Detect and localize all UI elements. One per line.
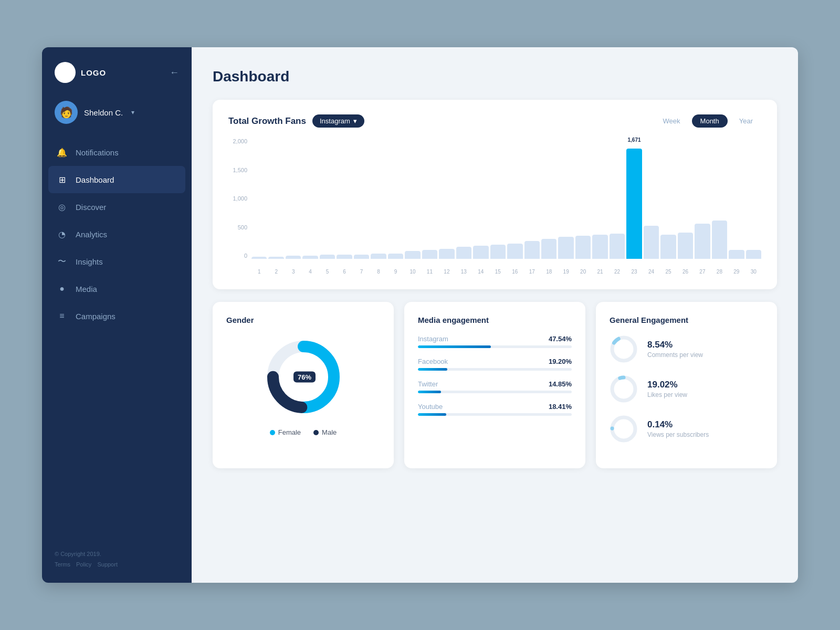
bar[interactable]	[439, 249, 454, 259]
general-desc: Comments per view	[647, 351, 703, 359]
bar[interactable]	[524, 241, 540, 259]
sidebar-item-dashboard[interactable]: ⊞ Dashboard	[48, 166, 185, 193]
bar[interactable]	[610, 234, 625, 259]
engagement-row-header: Twitter 14.85%	[418, 380, 572, 388]
sidebar-item-insights[interactable]: 〜 Insights	[42, 248, 192, 275]
sidebar-item-label: Analytics	[76, 230, 107, 239]
bar[interactable]	[422, 250, 437, 259]
sidebar-item-label: Insights	[76, 257, 103, 266]
svg-point-5	[612, 377, 635, 401]
sidebar-item-media[interactable]: ● Media	[42, 275, 192, 302]
bar-col	[302, 138, 318, 259]
bar[interactable]	[473, 246, 488, 259]
bar-col	[712, 138, 727, 259]
sidebar-item-label: Notifications	[76, 148, 119, 157]
bar[interactable]	[644, 226, 659, 259]
insights-icon: 〜	[57, 256, 67, 267]
donut-label: 76%	[293, 372, 316, 383]
engagement-bar-fill	[418, 413, 446, 416]
sidebar-item-campaigns[interactable]: ≡ Campaigns	[42, 302, 192, 330]
bar[interactable]	[371, 254, 386, 259]
media-engagement-row: Youtube 18.41%	[418, 403, 572, 416]
sidebar-item-notifications[interactable]: 🔔 Notifications	[42, 139, 192, 166]
female-legend: Female	[270, 428, 301, 436]
campaigns-icon: ≡	[57, 311, 67, 321]
bar[interactable]	[251, 257, 267, 259]
donut-chart: 76%	[226, 335, 380, 419]
sidebar-item-label: Discover	[76, 203, 106, 212]
support-link[interactable]: Support	[97, 561, 118, 568]
sidebar-item-label: Campaigns	[76, 312, 116, 321]
x-label: 29	[729, 269, 744, 275]
chevron-down-icon: ▾	[131, 109, 134, 116]
bar[interactable]	[388, 254, 403, 259]
bar[interactable]	[592, 235, 607, 259]
engagement-bar-bg	[418, 368, 572, 371]
bar[interactable]	[746, 250, 761, 259]
x-label: 23	[626, 269, 642, 275]
x-label: 22	[610, 269, 625, 275]
bar[interactable]: 1,671	[626, 149, 642, 259]
bar-col	[746, 138, 761, 259]
bar[interactable]	[558, 237, 573, 259]
chart-title: Total Growth Fans	[228, 116, 306, 127]
period-month-button[interactable]: Month	[692, 114, 728, 128]
general-value: 8.54%	[647, 340, 703, 350]
bar-col	[354, 138, 369, 259]
sidebar-collapse-button[interactable]: ←	[170, 67, 179, 78]
engagement-bar-bg	[418, 391, 572, 393]
male-legend: Male	[313, 428, 337, 436]
policy-link[interactable]: Policy	[76, 561, 91, 568]
bar[interactable]	[575, 236, 591, 259]
bar[interactable]	[286, 256, 301, 259]
bar[interactable]	[695, 224, 710, 259]
general-value: 19.02%	[647, 380, 687, 390]
bar[interactable]	[302, 256, 318, 259]
bar[interactable]	[456, 247, 471, 259]
bar[interactable]	[337, 255, 352, 259]
user-profile[interactable]: 🧑 Sheldon C. ▾	[42, 93, 192, 133]
x-label: 24	[644, 269, 659, 275]
x-label: 5	[320, 269, 335, 275]
platform-dropdown[interactable]: Instagram ▾	[312, 114, 364, 128]
engagement-row-header: Youtube 18.41%	[418, 403, 572, 411]
period-week-button[interactable]: Week	[655, 114, 689, 128]
bar-col: 1,671	[626, 138, 642, 259]
terms-link[interactable]: Terms	[55, 561, 70, 568]
bar[interactable]	[268, 257, 284, 259]
bar[interactable]	[729, 250, 744, 259]
bar[interactable]	[541, 239, 556, 259]
male-label: Male	[322, 428, 337, 436]
bar[interactable]	[712, 220, 727, 259]
period-year-button[interactable]: Year	[731, 114, 761, 128]
sidebar-item-analytics[interactable]: ◔ Analytics	[42, 220, 192, 248]
female-label: Female	[278, 428, 301, 436]
media-engagement-rows: Instagram 47.54% Facebook 19.20% Twitter…	[418, 335, 572, 416]
ring-chart	[610, 335, 638, 363]
bar-col	[337, 138, 352, 259]
engagement-value: 18.41%	[549, 403, 572, 411]
x-label: 1	[251, 269, 267, 275]
logo-circle	[55, 62, 76, 83]
bar-col	[695, 138, 710, 259]
engagement-label: Instagram	[418, 335, 448, 343]
bar[interactable]	[490, 245, 506, 259]
media-engagement-title: Media engagement	[418, 316, 572, 324]
ring-chart	[610, 375, 638, 403]
x-label: 10	[405, 269, 420, 275]
sidebar-item-discover[interactable]: ◎ Discover	[42, 193, 192, 220]
y-label: 1,000	[233, 195, 247, 202]
x-label: 11	[422, 269, 437, 275]
bar[interactable]	[405, 251, 420, 259]
bar[interactable]	[660, 235, 676, 259]
bar[interactable]	[354, 255, 369, 259]
bar[interactable]	[678, 233, 693, 259]
male-dot	[313, 430, 319, 435]
sidebar: LOGO ← 🧑 Sheldon C. ▾ 🔔 Notifications ⊞ …	[42, 47, 192, 583]
media-engagement-row: Facebook 19.20%	[418, 358, 572, 371]
bar[interactable]	[507, 244, 522, 259]
bar[interactable]	[320, 255, 335, 259]
bar-col	[610, 138, 625, 259]
bar-col	[678, 138, 693, 259]
bar-col	[660, 138, 676, 259]
